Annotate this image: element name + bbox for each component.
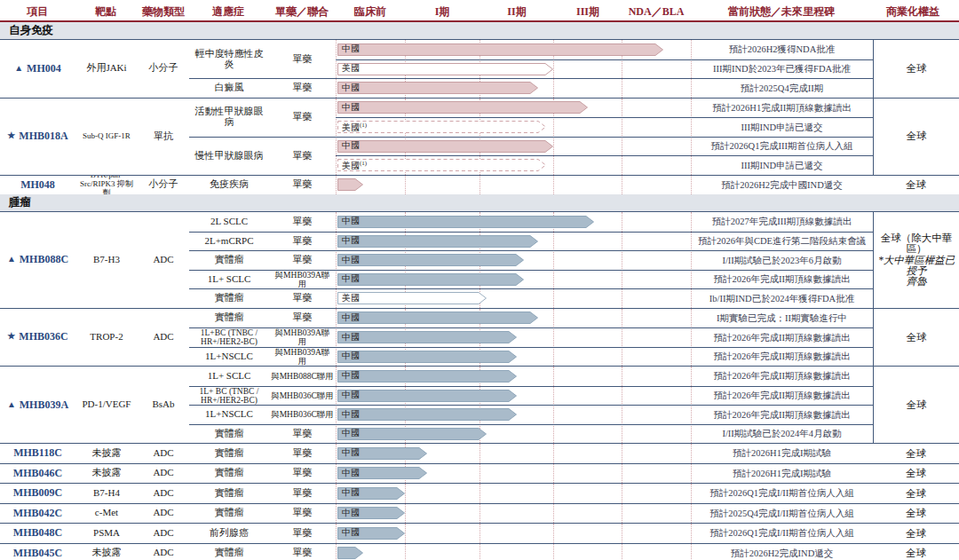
triangle-icon: ▲ [7,255,16,264]
pipeline-bar: 中國 [337,428,487,440]
project-cell: MHB009C [0,484,75,503]
drug-type-cell: ADC [138,464,189,484]
region-text: 美國 [342,293,360,303]
project-cell: MHB046C [0,464,75,484]
drug-type-cell: 小分子 [138,40,189,98]
region-text: 中國 [342,468,360,477]
bar-region-label: 中國 [342,103,360,113]
region-text: 中國 [342,487,360,497]
rights-text: 全球 [907,399,927,410]
col-header-drug-type: 藥物類型 [142,4,185,20]
section-title: 腫瘤 [9,195,31,210]
rights-text: 全球 [906,448,926,459]
target-cell: BTK/pan-Src/RIPK3 抑制劑 [75,176,138,195]
bar-region-label: 美國 [342,294,360,304]
region-text: 中國 [342,235,360,245]
project-name: MHB009C [13,487,62,499]
bar-track: 中國 [336,347,691,367]
star-icon: ★ [7,131,15,141]
project-cell: MHB042C [0,504,75,524]
col-header-rights: 商業化權益 [886,4,939,20]
mono-combo-cell: 單藥 [269,40,336,78]
mono-combo-cell: 單藥 [269,484,336,503]
project-block: MH048BTK/pan-Src/RIPK3 抑制劑小分子免疫疾病單藥預計202… [0,175,959,195]
bar-track: 中國 [336,504,691,524]
project-name: MHB088C [20,254,68,265]
section-band: 腫瘤 [0,194,959,212]
rights-cell: 全球 [873,309,959,367]
rights-text: 全球 [906,468,926,478]
region-text: 中國 [342,370,360,380]
project-name: MHB118C [13,447,62,459]
region-text: 中國 [342,216,360,225]
status-cell: 預計2026年完成II期頂線數據讀出 [691,270,873,289]
project-name: MH048 [20,179,55,191]
status-cell: 預計2026年完成II期頂線數據讀出 [691,405,873,424]
drug-type-cell: ADC [138,524,189,543]
bar-track: 中國 [336,137,691,156]
pipeline-bar: 中國 [337,235,538,248]
status-cell: I期實驗已完成；II期實驗進行中 [691,309,873,328]
project-block: MHB046C未披露ADC實體瘤單藥中國預計2026H1完成I期試驗全球 [0,463,959,484]
mono-combo-cell: 單藥 [269,524,336,543]
mono-combo-cell: 單藥 [269,424,336,444]
region-text: 中國 [342,527,360,537]
rights-cell: 全球 [873,367,959,443]
bar-region-label: 中國 [342,351,360,361]
target-cell: B7-H4 [75,484,138,503]
bar-track: 中國 [336,78,691,98]
rights-cell: 全球（除大中華區）*大中華區權益已授予齊魯 [873,212,959,308]
status-cell: III期IND申請已遞交 [691,155,873,175]
rights-cell: 全球 [873,544,959,560]
col-header-target: 靶點 [95,4,116,20]
indication-cell: 實體瘤 [189,250,269,270]
bar-region-label: 中國 [342,410,360,420]
mono-combo-cell: 單藥 [269,444,336,463]
bar-region-label: 中國 [342,469,360,478]
status-cell: 預計2025Q4完成II期 [691,78,873,98]
rights-text: 全球 [906,179,926,190]
region-text: 中國 [342,83,360,92]
pipeline-bar: 中國 [337,467,427,479]
pipeline-bar: 中國 [337,312,538,324]
rights-text: 全球 [906,488,926,499]
rights-text: 全球 [907,63,927,74]
indication-cell: 實體瘤 [189,484,269,503]
pipeline-bar: 中國 [337,331,517,343]
drug-type-cell: ADC [138,309,189,367]
rights-text: 全球 [906,548,926,558]
indication-cell: 實體瘤 [189,288,269,308]
target-cell: 外用JAKi [75,40,138,98]
bar-region-label: 中國 [342,333,360,343]
rights-cell: 全球 [873,484,959,503]
indication-cell: 前列腺癌 [189,524,269,543]
mono-combo-cell: 單藥 [269,137,336,175]
col-header-preclinical: 臨床前 [354,4,386,20]
indication-cell: 2L+mCRPC [189,232,269,251]
status-cell: 預計2027年完成III期頂線數據讀出 [691,212,873,232]
mono-combo-cell: 與MHB039A聯用 [269,327,336,347]
bar-region-label: 美國 [342,64,360,74]
status-cell: 預計2026H1完成I期試驗 [691,444,873,463]
rights-cell: 全球 [873,99,959,175]
project-name: MH004 [27,63,61,75]
mono-combo-cell: 單藥 [269,464,336,484]
rights-text: 全球 [907,130,927,141]
section-band: 自身免疫 [0,22,959,40]
bar-region-label: 中國 [342,509,360,518]
region-text: 中國 [342,255,360,264]
region-text: 美國 [342,161,360,170]
bar-region-label: 中國 [342,488,360,498]
bar-track: 中國 [336,270,691,289]
col-header-mono-combo: 單藥／聯合 [275,4,329,20]
bar-region-label: 美國(1) [342,161,367,171]
bar-region-label: 中國 [342,313,360,323]
indication-cell: 1L+ BC (TNBC / HR+/HER2-BC) [189,386,269,406]
project-cell: MHB118C [0,444,75,463]
indication-cell: 1L+NSCLC [189,347,269,367]
pipeline-bar: 中國 [337,527,405,540]
bar-region-label: 中國 [342,390,360,400]
rights-text: 全球 [906,528,926,539]
bar-region-label: 中國 [342,83,360,93]
indication-cell: 實體瘤 [189,544,269,560]
